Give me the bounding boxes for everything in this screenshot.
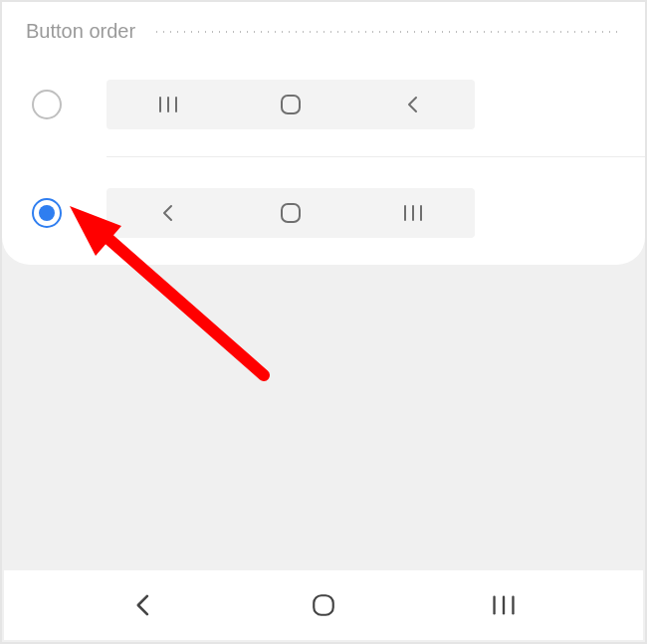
svg-rect-4 bbox=[282, 204, 300, 222]
option-divider bbox=[107, 156, 645, 157]
settings-screen: Button order bbox=[0, 0, 647, 644]
home-icon bbox=[278, 200, 304, 226]
svg-rect-10 bbox=[314, 595, 333, 615]
radio-unselected[interactable] bbox=[32, 90, 62, 119]
section-header: Button order bbox=[2, 2, 645, 73]
section-title: Button order bbox=[26, 20, 135, 43]
recents-icon[interactable] bbox=[491, 592, 517, 618]
home-icon[interactable] bbox=[311, 592, 336, 618]
button-order-card: Button order bbox=[2, 2, 645, 265]
back-icon bbox=[155, 200, 181, 226]
option-recents-home-back[interactable] bbox=[2, 73, 645, 136]
back-icon bbox=[400, 92, 426, 117]
svg-rect-3 bbox=[282, 96, 300, 113]
nav-preview-a bbox=[107, 80, 475, 129]
back-icon[interactable] bbox=[130, 592, 156, 618]
nav-preview-b bbox=[107, 188, 475, 238]
recents-icon bbox=[155, 92, 181, 117]
radio-selected[interactable] bbox=[32, 198, 62, 228]
option-back-home-recents[interactable] bbox=[2, 181, 645, 245]
recents-icon bbox=[400, 200, 426, 226]
system-nav-bar bbox=[4, 570, 643, 640]
header-divider bbox=[153, 31, 623, 33]
home-icon bbox=[278, 92, 304, 117]
